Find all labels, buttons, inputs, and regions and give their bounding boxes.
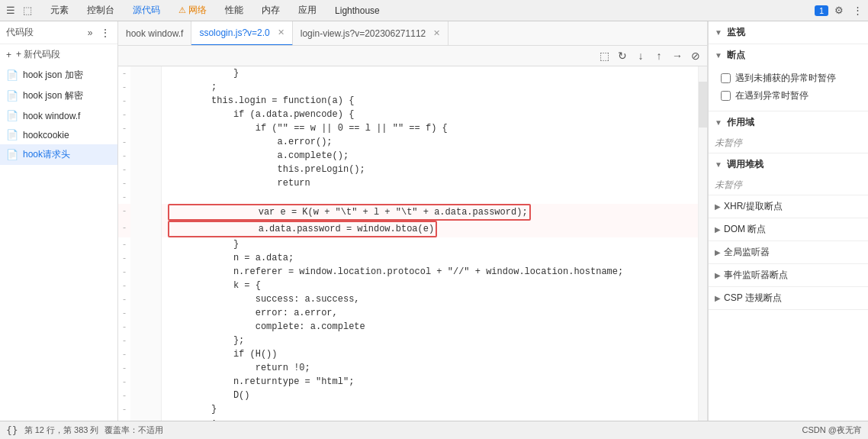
watch-header[interactable]: 监视 [709, 21, 868, 44]
line-code: D() [161, 389, 698, 402]
tab-sources[interactable]: 源代码 [124, 1, 169, 20]
sidebar-header: 代码段 » ⋮ [0, 21, 117, 44]
line-code: if (H()) [161, 347, 698, 361]
line-code: }; [161, 334, 698, 347]
status-left: {} 第 12 行，第 383 列 覆盖率：不适用 [6, 424, 163, 436]
line-marker: - [118, 149, 130, 163]
nav-tabs: 元素 控制台 源代码 网络 性能 内存 应用 Lighthouse [41, 1, 389, 20]
coverage-info: 覆盖率：不适用 [104, 424, 163, 436]
global-header[interactable]: 全局监听器 [709, 241, 868, 263]
line-marker: - [118, 334, 130, 347]
csp-header[interactable]: CSP 违规断点 [709, 287, 868, 309]
line-number [130, 66, 161, 80]
tab-application[interactable]: 应用 [289, 1, 326, 20]
table-row: - return !0; [118, 361, 698, 375]
sidebar-item-hook-json-dec[interactable]: 📄 hook json 解密 [0, 86, 117, 106]
table-row: - ; [118, 416, 698, 421]
deactivate-icon[interactable]: ⊘ [687, 47, 704, 64]
xhr-header[interactable]: XHR/提取断点 [709, 195, 868, 218]
bp-caught[interactable]: 在遇到异常时暂停 [715, 87, 862, 105]
step-up-icon[interactable]: ↑ [651, 47, 667, 64]
step-down-icon[interactable]: ↓ [632, 47, 649, 64]
table-row: - ; [118, 80, 698, 94]
highlighted-code: a.data.password = window.btoa(e) [168, 221, 438, 237]
editor-tab-hook-window[interactable]: hook window.f [118, 21, 191, 46]
csp-arrow [715, 294, 721, 302]
line-number [130, 251, 161, 265]
tab-console[interactable]: 控制台 [78, 1, 124, 20]
refresh-icon[interactable]: ↻ [614, 47, 631, 64]
editor-tab-login-view[interactable]: login-view.js?v=202306271112 ✕ [293, 21, 448, 46]
line-code: n = a.data; [161, 251, 698, 265]
dom-section: DOM 断点 [709, 218, 868, 241]
inspect-icon[interactable]: ⬚ [20, 3, 35, 18]
line-number [130, 347, 161, 361]
step-forward-icon[interactable]: → [669, 47, 686, 64]
sidebar-item-hookcookie[interactable]: 📄 hookcookie [0, 125, 117, 144]
tab-memory[interactable]: 内存 [252, 1, 289, 20]
sidebar-item-hook-window[interactable]: 📄 hook window.f [0, 106, 117, 125]
line-code: } [161, 237, 698, 251]
sidebar-title: 代码段 [6, 26, 34, 39]
sidebar-item-hook-json-enc[interactable]: 📄 hook json 加密 [0, 65, 117, 86]
editor-tab-ssologin[interactable]: ssologin.js?v=2.0 ✕ [191, 21, 292, 46]
tab-lighthouse[interactable]: Lighthouse [326, 2, 389, 19]
code-main[interactable]: - }- ;- this.login = function(a) {- if (… [118, 66, 698, 421]
settings-icon[interactable]: ⚙ [831, 3, 847, 18]
dom-arrow [715, 225, 721, 234]
line-number [130, 279, 161, 292]
line-number [130, 108, 161, 121]
file-icon: 📄 [6, 69, 18, 81]
line-marker: - [118, 176, 130, 190]
dom-header[interactable]: DOM 断点 [709, 218, 868, 240]
line-marker: - [118, 361, 130, 375]
bp-uncaught-checkbox[interactable] [721, 73, 731, 83]
bp-caught-checkbox[interactable] [721, 91, 731, 101]
sidebar-more-icon[interactable]: ⋮ [99, 27, 111, 39]
more-icon[interactable]: ⋮ [850, 3, 865, 18]
scope-header[interactable]: 作用域 [709, 111, 868, 134]
global-arrow [715, 248, 721, 257]
editor-area: hook window.f ssologin.js?v=2.0 ✕ login-… [118, 21, 708, 421]
line-number [130, 265, 161, 279]
line-code: if (a.data.pwencode) { [161, 108, 698, 121]
tab-network[interactable]: 网络 [169, 1, 216, 20]
breakpoints-header[interactable]: 断点 [709, 44, 868, 66]
add-snippet-button[interactable]: + + 新代码段 [0, 44, 117, 65]
tab-close-login-view[interactable]: ✕ [433, 28, 440, 38]
line-marker: - [118, 190, 130, 204]
callstack-arrow [715, 160, 722, 169]
line-code: return !0; [161, 361, 698, 375]
table-row: - n.referer = window.location.protocol +… [118, 265, 698, 279]
csp-section: CSP 违规断点 [709, 287, 868, 310]
line-code: this.preLogin(); [161, 163, 698, 176]
tab-close-ssologin[interactable]: ✕ [278, 27, 285, 37]
line-number [130, 121, 161, 135]
callstack-header[interactable]: 调用堆栈 [709, 153, 868, 176]
tab-elements[interactable]: 元素 [41, 1, 78, 20]
line-number [130, 402, 161, 416]
line-code: k = { [161, 279, 698, 292]
line-code: if ("" == w || 0 == l || "" == f) { [161, 121, 698, 135]
global-section: 全局监听器 [709, 241, 868, 264]
line-marker: - [118, 221, 130, 237]
line-marker: - [118, 237, 130, 251]
sidebar-item-hook-request[interactable]: 📄 hook请求头 [0, 144, 117, 165]
line-code: n.returntype = "html"; [161, 375, 698, 389]
line-marker: - [118, 375, 130, 389]
device-icon[interactable]: ☰ [3, 3, 18, 18]
mini-map-thumb[interactable] [699, 82, 707, 128]
table-row: - }; [118, 334, 698, 347]
bp-uncaught[interactable]: 遇到未捕获的异常时暂停 [715, 69, 862, 87]
event-header[interactable]: 事件监听器断点 [709, 264, 868, 286]
tab-performance[interactable]: 性能 [216, 1, 252, 20]
sidebar-expand-icon[interactable]: » [84, 27, 96, 39]
line-code: return [161, 176, 698, 190]
line-number [130, 237, 161, 251]
line-code: a.data.password = window.btoa(e) [161, 221, 698, 237]
file-icon: 📄 [6, 129, 18, 140]
line-marker: - [118, 66, 130, 80]
split-screen-icon[interactable]: ⬚ [596, 47, 612, 64]
xhr-arrow [715, 202, 721, 211]
line-marker: - [118, 121, 130, 135]
